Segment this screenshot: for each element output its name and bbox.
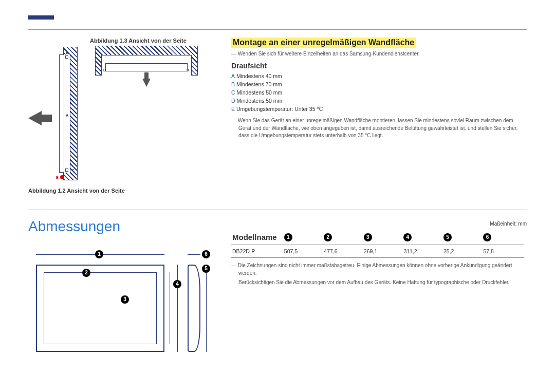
marker-3: 3 [121,295,129,304]
figure-1-3-caption: Abbildung 1.3 Ansicht von der Seite [90,38,203,44]
header-marker-6: 6 [483,233,491,241]
header-col-1: 1 [284,233,324,241]
label-a: A [66,114,68,117]
spec-b: BMindestens 70 mm [231,81,524,87]
draufsicht-heading: Draufsicht [231,62,524,70]
spec-c: CMindestens 50 mm [231,89,524,96]
cell-model: DB22D-P [232,248,284,254]
device-screen-outline [44,272,157,344]
spec-e: EUmgebungstemperatur: Unter 35 °C [231,106,524,112]
marker-2: 2 [82,269,90,277]
device-side-view [59,54,64,173]
dimensions-diagram: 1 2 3 4 5 6 [28,244,203,362]
dimensions-title: Abmessungen [28,218,120,235]
figure-1-2-caption: Abbildung 1.2 Ansicht von der Seite [28,187,203,194]
spec-a: AMindestens 40 mm [231,73,524,79]
header-accent-bar [28,15,54,20]
unit-label: Maßeinheit: mm [490,221,527,227]
mounting-paragraph: Wenn Sie das Gerät an einer unregelmäßig… [231,117,524,140]
cell-v3: 269,1 [364,248,404,254]
left-column: Abbildung 1.3 Ansicht von der Seite D D … [28,38,203,194]
spec-text-a: Mindestens 40 mm [236,73,282,79]
header-rule [28,29,527,30]
cell-v6: 57,8 [483,248,523,254]
device-side-outline [188,265,200,352]
marker-4: 4 [173,280,181,288]
temperature-indicator-icon [60,175,64,179]
table-header-row: Modellname 1 2 3 4 5 6 [231,230,524,245]
spec-text-c: Mindestens 50 mm [237,89,283,96]
header-col-3: 3 [364,233,404,241]
header-col-2: 2 [324,233,364,241]
dim-line-5 [206,265,207,352]
spec-key-c: C [231,89,235,96]
spec-key-b: B [231,81,235,87]
dim-line-4 [177,265,178,352]
spec-key-a: A [231,73,235,79]
cell-v4: 311,2 [403,248,443,254]
header-marker-1: 1 [284,233,292,241]
table-row: DB22D-P 507,5 477,6 269,1 311,2 25,2 57,… [231,245,524,258]
clearance-spec-list: AMindestens 40 mm BMindestens 70 mm CMin… [231,73,524,112]
header-marker-4: 4 [403,233,412,241]
spec-text-b: Mindestens 70 mm [236,81,282,87]
right-column: Montage an einer unregelmäßigen Wandfläc… [231,38,524,140]
arrow-left-icon [28,111,42,125]
mounting-title: Montage an einer unregelmäßigen Wandfläc… [231,38,416,48]
header-marker-3: 3 [364,233,372,241]
header-marker-5: 5 [443,233,452,241]
dim-line-3 [170,272,170,344]
marker-1: 1 [95,250,103,258]
header-col-4: 4 [403,233,443,241]
header-modelname: Modellname [232,233,284,241]
marker-6: 6 [202,250,210,258]
figure-1-2-diagram: B A C E [54,47,80,183]
marker-5: 5 [202,265,210,273]
bracket-bottom [65,169,68,172]
dimensions-table: Modellname 1 2 3 4 5 6 DB22D-P 507,5 477… [231,230,524,287]
cell-v5: 25,2 [443,248,484,254]
dim-line-6 [188,254,200,255]
header-marker-2: 2 [324,233,332,241]
spec-text-d: Mindestens 50 mm [237,98,283,104]
table-note-1: Die Zeichnungen sind nicht immer maßstab… [231,262,524,277]
spec-key-e: E [231,106,235,112]
cell-v2: 477,6 [324,248,364,254]
label-c: C [72,169,75,172]
figure-1-2-caption-text: Abbildung 1.2 Ansicht von der Seite [28,188,125,194]
header-col-6: 6 [483,233,523,241]
section-divider [28,210,527,210]
label-e: E [56,176,59,179]
spec-key-d: D [231,98,235,104]
bracket-top [65,55,68,59]
label-b: B [66,51,68,54]
table-note-2: Berücksichtigen Sie die Abmessungen vor … [231,279,524,287]
spec-text-e: Umgebungstemperatur: Unter 35 °C [236,106,323,112]
header-col-5: 5 [443,233,484,241]
cell-v1: 507,5 [284,248,324,254]
contact-note: Wenden Sie sich für weitere Einzelheiten… [231,51,524,57]
spec-d: DMindestens 50 mm [231,98,524,104]
